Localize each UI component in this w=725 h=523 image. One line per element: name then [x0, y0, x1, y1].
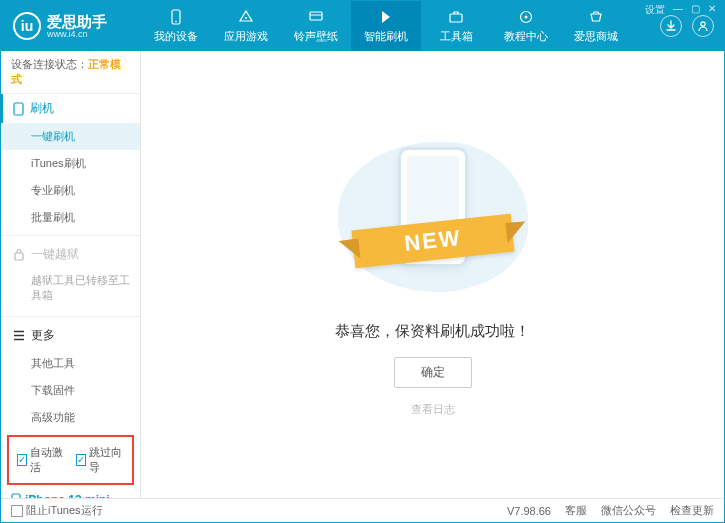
- app-site: www.i4.cn: [47, 29, 107, 39]
- checkbox-label: 跳过向导: [89, 445, 124, 475]
- svg-rect-3: [310, 12, 322, 20]
- nav-label: 智能刷机: [364, 29, 408, 44]
- phone-icon: [13, 102, 24, 116]
- svg-point-7: [701, 22, 705, 26]
- sidebar-group-0[interactable]: 刷机: [1, 94, 140, 123]
- phone-icon: [11, 493, 21, 498]
- tutorial-icon: [517, 8, 535, 26]
- group-title: 更多: [31, 327, 55, 344]
- apps-icon: [237, 8, 255, 26]
- logo[interactable]: iu 爱思助手 www.i4.cn: [1, 12, 141, 40]
- checkbox-icon: ✓: [17, 454, 27, 466]
- lock-icon: [13, 248, 25, 261]
- nav-item-0[interactable]: 我的设备: [141, 1, 211, 51]
- option-checkbox-1[interactable]: ✓跳过向导: [76, 445, 125, 475]
- nav-label: 我的设备: [154, 29, 198, 44]
- device-icon: [167, 8, 185, 26]
- version-label: V7.98.66: [507, 505, 551, 517]
- sidebar-item[interactable]: 专业刷机: [1, 177, 140, 204]
- nav-item-2[interactable]: 铃声壁纸: [281, 1, 351, 51]
- svg-rect-9: [15, 253, 23, 260]
- nav-label: 应用游戏: [224, 29, 268, 44]
- service-link[interactable]: 客服: [565, 503, 587, 518]
- status-label: 设备连接状态：: [11, 58, 88, 70]
- menu-icon: [13, 330, 25, 341]
- device-status: 设备连接状态：正常模式: [1, 51, 140, 94]
- success-illustration: NEW: [333, 132, 533, 302]
- flash-icon: [377, 8, 395, 26]
- sidebar-item[interactable]: 其他工具: [1, 350, 140, 377]
- svg-point-2: [245, 17, 247, 19]
- user-icon[interactable]: [692, 15, 714, 37]
- sidebar: 设备连接状态：正常模式 刷机一键刷机iTunes刷机专业刷机批量刷机一键越狱越狱…: [1, 51, 141, 498]
- sidebar-group-1[interactable]: 一键越狱: [1, 240, 140, 269]
- ok-button[interactable]: 确定: [394, 357, 472, 388]
- device-section[interactable]: iPhone 12 mini 64GB Down-12mini-13,1: [1, 485, 140, 498]
- sidebar-item[interactable]: 一键刷机: [1, 123, 140, 150]
- sidebar-group-2[interactable]: 更多: [1, 321, 140, 350]
- device-name: iPhone 12 mini: [25, 493, 110, 498]
- block-itunes-checkbox[interactable]: ✓ 阻止iTunes运行: [11, 503, 103, 518]
- options-highlight: ✓自动激活✓跳过向导: [7, 435, 134, 485]
- sidebar-item[interactable]: 下载固件: [1, 377, 140, 404]
- header: 设置 — ▢ ✕ iu 爱思助手 www.i4.cn 我的设备应用游戏铃声壁纸智…: [1, 1, 724, 51]
- view-log-link[interactable]: 查看日志: [411, 402, 455, 417]
- wechat-link[interactable]: 微信公众号: [601, 503, 656, 518]
- update-link[interactable]: 检查更新: [670, 503, 714, 518]
- group-title: 刷机: [30, 100, 54, 117]
- nav-label: 工具箱: [440, 29, 473, 44]
- nav-label: 教程中心: [504, 29, 548, 44]
- svg-rect-4: [450, 14, 462, 22]
- block-itunes-label: 阻止iTunes运行: [26, 503, 103, 518]
- download-icon[interactable]: [660, 15, 682, 37]
- checkbox-icon: ✓: [76, 454, 86, 466]
- svg-point-6: [525, 16, 528, 19]
- nav-item-4[interactable]: 工具箱: [421, 1, 491, 51]
- sidebar-item[interactable]: 高级功能: [1, 404, 140, 431]
- nav-item-6[interactable]: 爱思商城: [561, 1, 631, 51]
- checkbox-label: 自动激活: [30, 445, 65, 475]
- toolbox-icon: [447, 8, 465, 26]
- header-actions: [660, 15, 714, 37]
- nav-item-5[interactable]: 教程中心: [491, 1, 561, 51]
- logo-icon: iu: [13, 12, 41, 40]
- nav-label: 铃声壁纸: [294, 29, 338, 44]
- nav-item-1[interactable]: 应用游戏: [211, 1, 281, 51]
- sidebar-item[interactable]: 批量刷机: [1, 204, 140, 231]
- nav-item-3[interactable]: 智能刷机: [351, 1, 421, 51]
- svg-rect-8: [14, 103, 23, 115]
- ringtone-icon: [307, 8, 325, 26]
- option-checkbox-0[interactable]: ✓自动激活: [17, 445, 66, 475]
- footer: ✓ 阻止iTunes运行 V7.98.66 客服 微信公众号 检查更新: [1, 498, 724, 522]
- svg-rect-10: [12, 494, 20, 498]
- main-nav: 我的设备应用游戏铃声壁纸智能刷机工具箱教程中心爱思商城: [141, 1, 631, 51]
- app-name: 爱思助手: [47, 14, 107, 29]
- nav-label: 爱思商城: [574, 29, 618, 44]
- store-icon: [587, 8, 605, 26]
- success-message: 恭喜您，保资料刷机成功啦！: [335, 322, 530, 341]
- main-content: NEW 恭喜您，保资料刷机成功啦！ 确定 查看日志: [141, 51, 724, 498]
- group-title: 一键越狱: [31, 246, 79, 263]
- sidebar-note: 越狱工具已转移至工具箱: [1, 269, 140, 310]
- svg-point-1: [175, 21, 177, 23]
- sidebar-item[interactable]: iTunes刷机: [1, 150, 140, 177]
